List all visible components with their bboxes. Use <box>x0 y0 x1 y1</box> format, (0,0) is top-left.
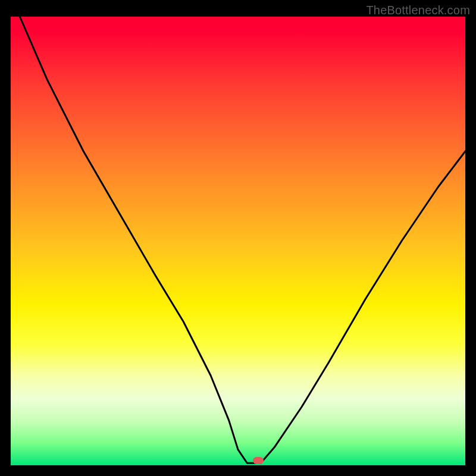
plot-area <box>11 17 465 465</box>
curve-path <box>20 17 465 463</box>
bottleneck-curve <box>11 17 465 465</box>
watermark-text: TheBottleneck.com <box>366 4 470 17</box>
chart-stage: TheBottleneck.com <box>0 0 476 476</box>
optimum-marker <box>253 457 264 464</box>
